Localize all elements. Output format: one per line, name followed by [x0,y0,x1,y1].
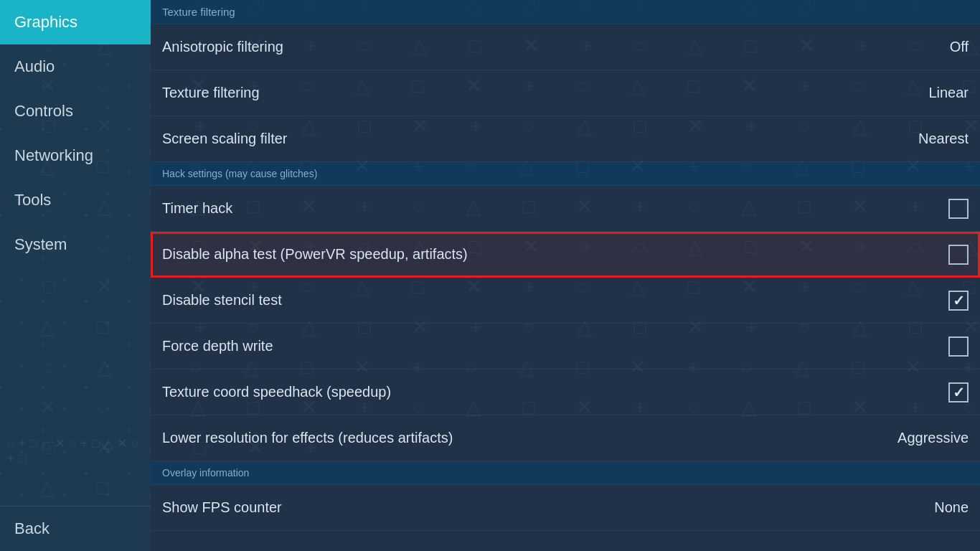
screen-scaling-filter-label: Screen scaling filter [162,131,288,147]
anisotropic-filtering-row[interactable]: Anisotropic filtering Off [151,24,980,70]
force-depth-write-checkbox[interactable] [948,336,969,357]
show-fps-counter-label: Show FPS counter [162,499,282,516]
texture-filtering-header: Texture filtering [151,0,980,24]
texture-filtering-value: Linear [928,85,969,101]
main-content: ○ △ □ ✕ + ○ △ □ ✕ + ○ △ □ ✕ + ○ △ □ ✕ + … [151,0,980,551]
show-fps-counter-value: None [934,499,969,516]
texture-filtering-label: Texture filtering [162,85,260,101]
lower-resolution-effects-value: Aggressive [897,430,969,446]
disable-stencil-test-checkbox[interactable] [948,291,969,311]
overlay-info-header: Overlay information [151,461,980,485]
sidebar-item-audio[interactable]: Audio [0,44,151,89]
lower-resolution-effects-row[interactable]: Lower resolution for effects (reduces ar… [151,415,980,461]
force-depth-write-label: Force depth write [162,338,273,354]
disable-stencil-test-label: Disable stencil test [162,292,282,309]
disable-alpha-test-checkbox[interactable] [948,245,969,265]
sidebar-item-graphics[interactable]: Graphics [0,0,151,44]
lower-resolution-effects-label: Lower resolution for effects (reduces ar… [162,430,453,446]
sidebar-item-controls[interactable]: Controls [0,89,151,133]
texture-coord-speedhack-row[interactable]: Texture coord speedhack (speedup) [151,369,980,415]
sidebar: ○ △ □ ✕ ○ △ □ ✕ ○ △ □ ✕ ○ △ □ ✕ ○ △ □ ✕ … [0,0,151,551]
timer-hack-row[interactable]: Timer hack [151,186,980,232]
timer-hack-label: Timer hack [162,200,232,217]
texture-coord-speedhack-checkbox[interactable] [948,382,969,402]
disable-stencil-test-row[interactable]: Disable stencil test [151,278,980,324]
force-depth-write-row[interactable]: Force depth write [151,324,980,369]
screen-scaling-filter-row[interactable]: Screen scaling filter Nearest [151,116,980,162]
sidebar-item-system[interactable]: System [0,222,151,267]
disable-alpha-test-row[interactable]: Disable alpha test (PowerVR speedup, art… [151,232,980,278]
screen-scaling-filter-value: Nearest [918,131,969,147]
sidebar-ps-decorations: ○ + □ △ ✕ ○ + □ △ ✕ ○ + □ [7,408,143,494]
sidebar-item-tools[interactable]: Tools [0,178,151,222]
hack-settings-header: Hack settings (may cause glitches) [151,162,980,186]
sidebar-item-networking[interactable]: Networking [0,133,151,178]
anisotropic-filtering-label: Anisotropic filtering [162,39,283,55]
timer-hack-checkbox[interactable] [948,199,969,219]
show-fps-counter-row[interactable]: Show FPS counter None [151,485,980,531]
disable-alpha-test-label: Disable alpha test (PowerVR speedup, art… [162,246,468,263]
anisotropic-filtering-value: Off [950,39,969,55]
back-button[interactable]: Back [0,506,151,551]
texture-filtering-row[interactable]: Texture filtering Linear [151,70,980,116]
texture-coord-speedhack-label: Texture coord speedhack (speedup) [162,384,391,400]
